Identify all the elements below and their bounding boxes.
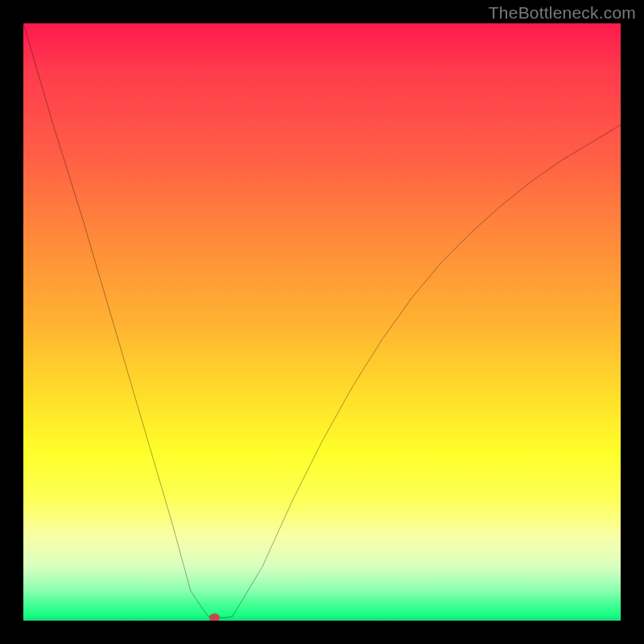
watermark-text: TheBottleneck.com <box>489 3 636 23</box>
chart-stage: TheBottleneck.com <box>0 0 644 644</box>
bottleneck-line <box>23 23 621 617</box>
annotation-layer <box>209 613 220 621</box>
minimum-marker <box>209 613 220 621</box>
line-series <box>23 23 621 617</box>
curve-layer <box>23 23 621 621</box>
